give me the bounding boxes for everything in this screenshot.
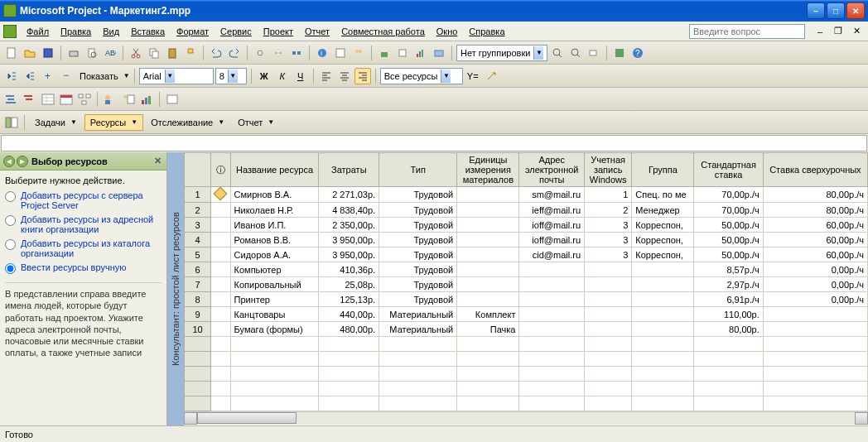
table-row[interactable]: 1Смирнов В.А.2 271,03р.Трудовойsm@mail.r… (185, 187, 868, 203)
row-number[interactable] (185, 382, 211, 396)
cell-cost[interactable]: 25,08р. (319, 277, 379, 292)
cell-account[interactable] (585, 322, 632, 337)
col-account[interactable]: Учетная запись Windows (585, 153, 632, 187)
cell-account[interactable]: 2 (585, 203, 632, 218)
table-row[interactable]: 6Компьютер410,36р.Трудовой8,57р./ч0,00р.… (185, 262, 868, 277)
show-label[interactable]: Показать (76, 71, 122, 81)
panel-back-icon[interactable]: ◄ (3, 156, 15, 167)
cell-group[interactable]: Менеджер (632, 203, 694, 218)
scroll-left-icon[interactable] (184, 412, 197, 425)
notes-icon[interactable] (332, 45, 349, 61)
option-enter-manually[interactable]: Ввести ресурсы вручную (5, 262, 162, 274)
table-row[interactable]: 9Канцтовары440,00р.МатериальныйКомплект1… (185, 307, 868, 322)
cell-email[interactable]: cid@mail.ru (519, 247, 585, 262)
cell-cost[interactable]: 4 838,40р. (319, 203, 379, 218)
font-name-dropdown[interactable]: Arial ▼ (139, 68, 214, 84)
cell-ovtrate[interactable] (763, 307, 867, 322)
indent-icon[interactable] (22, 68, 38, 84)
italic-button[interactable]: К (274, 68, 291, 84)
undo-icon[interactable] (208, 45, 224, 61)
cell-units[interactable] (457, 262, 519, 277)
row-number[interactable]: 3 (185, 218, 211, 233)
cell-account[interactable] (585, 262, 632, 277)
cell-email[interactable] (519, 322, 585, 337)
guide-toggle-icon[interactable] (3, 114, 20, 131)
row-number[interactable]: 8 (185, 292, 211, 307)
row-number[interactable]: 2 (185, 203, 211, 218)
show-subtasks-icon[interactable]: + (40, 68, 56, 84)
cell-stdrate[interactable]: 50,00р./ч (694, 233, 763, 247)
resource-usage-icon[interactable] (120, 91, 137, 108)
row-number[interactable]: 5 (185, 247, 211, 262)
report-icon[interactable] (394, 45, 411, 61)
cell-units[interactable] (457, 233, 519, 247)
cell-stdrate[interactable]: 70,00р./ч (694, 187, 763, 203)
cell-name[interactable]: Смирнов В.А. (230, 187, 319, 203)
row-number[interactable] (185, 367, 211, 382)
minimize-button[interactable]: – (807, 2, 825, 19)
row-number[interactable]: 1 (185, 187, 211, 203)
resource-grid[interactable]: ⓘ Название ресурса Затраты Тип Единицы и… (184, 152, 868, 425)
doc-restore-icon[interactable]: ❐ (830, 23, 846, 40)
table-row[interactable] (185, 382, 868, 396)
grouping-dropdown[interactable]: Нет группировки ▼ (456, 45, 547, 61)
copy-icon[interactable] (146, 45, 162, 61)
cell-group[interactable] (632, 307, 694, 322)
cell-units[interactable] (457, 203, 519, 218)
cell-name[interactable]: Романов В.В. (230, 233, 319, 247)
cell-stdrate[interactable]: 2,97р./ч (694, 277, 763, 292)
nav-tasks[interactable]: Задачи▼ (29, 114, 83, 131)
publish-icon[interactable] (376, 45, 393, 61)
split-icon[interactable] (288, 45, 305, 61)
cell-stdrate[interactable]: 50,00р./ч (694, 218, 763, 233)
align-left-icon[interactable] (318, 68, 335, 84)
cell-ovtrate[interactable]: 60,00р./ч (763, 247, 867, 262)
cell-account[interactable]: 3 (585, 247, 632, 262)
panel-fwd-icon[interactable]: ► (17, 156, 28, 167)
cell-ovtrate[interactable]: 80,00р./ч (763, 203, 867, 218)
cell-email[interactable] (519, 277, 585, 292)
cell-type[interactable]: Трудовой (379, 277, 457, 292)
menu-format[interactable]: Формат (171, 24, 214, 39)
maximize-button[interactable]: □ (827, 2, 845, 19)
cell-units[interactable] (457, 277, 519, 292)
new-icon[interactable] (3, 45, 20, 61)
row-number[interactable] (185, 396, 211, 411)
col-info[interactable]: ⓘ (211, 153, 231, 187)
cell-stdrate[interactable]: 110,00р. (694, 307, 763, 322)
option-add-addressbook[interactable]: Добавить ресурсы из адресной книги орган… (5, 214, 162, 234)
tracking-gantt-icon[interactable] (22, 91, 38, 108)
row-info[interactable] (211, 187, 231, 203)
cell-group[interactable]: Корреспон, (632, 247, 694, 262)
task-usage-icon[interactable] (40, 91, 56, 108)
cell-name[interactable]: Бумага (формы) (230, 322, 319, 337)
menu-window[interactable]: Окно (432, 24, 463, 39)
panel-close-icon[interactable]: ✕ (152, 156, 163, 167)
align-right-icon[interactable] (354, 68, 371, 84)
col-email[interactable]: Адрес электронной почты (519, 153, 585, 187)
zoom-in-icon[interactable] (549, 45, 566, 61)
redo-icon[interactable] (226, 45, 243, 61)
cell-cost[interactable]: 3 950,00р. (319, 233, 379, 247)
cell-account[interactable]: 3 (585, 233, 632, 247)
row-info[interactable] (211, 233, 231, 247)
vertical-tab[interactable]: Консультант: простой лист ресурсов (167, 152, 184, 425)
row-number[interactable]: 4 (185, 233, 211, 247)
help-button-icon[interactable]: ? (629, 45, 646, 61)
cell-type[interactable]: Трудовой (379, 262, 457, 277)
info-icon[interactable]: i (314, 45, 330, 61)
col-units[interactable]: Единицы измерения материалов (457, 153, 519, 187)
col-name[interactable]: Название ресурса (230, 153, 319, 187)
paste-icon[interactable] (164, 45, 181, 61)
cell-account[interactable] (585, 307, 632, 322)
cell-ovtrate[interactable]: 0,00р./ч (763, 292, 867, 307)
table-row[interactable]: 10Бумага (формы)480,00р.МатериальныйПачк… (185, 322, 868, 337)
wizard-icon[interactable] (483, 68, 499, 84)
assign-icon[interactable] (350, 45, 367, 61)
doc-minimize-icon[interactable]: – (812, 23, 828, 40)
table-row[interactable]: 5Сидоров А.А.3 950,00р.Трудовойcid@mail.… (185, 247, 868, 262)
cell-units[interactable]: Пачка (457, 322, 519, 337)
menu-help[interactable]: Справка (464, 24, 509, 39)
ms-project-icon[interactable] (611, 45, 628, 61)
cell-type[interactable]: Материальный (379, 322, 457, 337)
